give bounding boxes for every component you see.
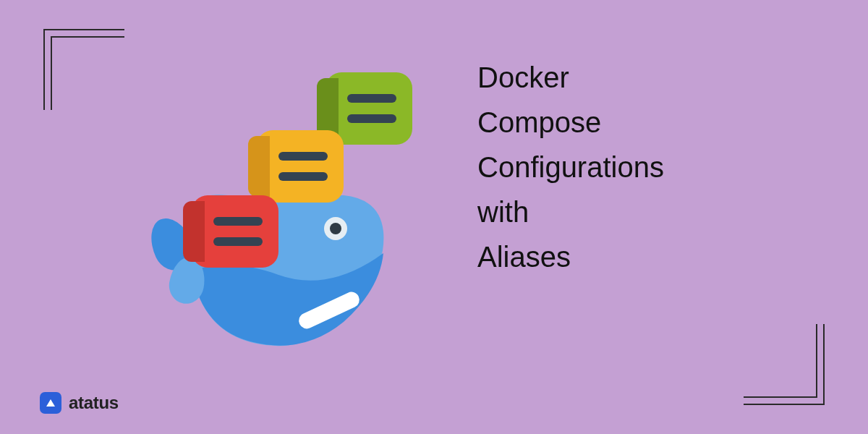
corner-bracket-top-left xyxy=(43,29,123,109)
title-line: Docker xyxy=(477,61,664,93)
container-box-yellow-icon xyxy=(257,130,344,203)
brand-logo: atatus xyxy=(40,392,119,414)
container-box-red-icon xyxy=(192,195,278,268)
hero-title: Docker Compose Configurations with Alias… xyxy=(477,61,664,273)
atatus-logo-icon xyxy=(40,392,61,414)
title-line: with xyxy=(477,196,664,228)
title-line: Aliases xyxy=(477,241,664,273)
whale-eye-icon xyxy=(324,217,347,240)
brand-name: atatus xyxy=(69,393,119,413)
title-line: Compose xyxy=(477,106,664,138)
docker-illustration xyxy=(123,43,456,376)
title-line: Configurations xyxy=(477,151,664,183)
corner-bracket-bottom-right xyxy=(745,326,825,405)
